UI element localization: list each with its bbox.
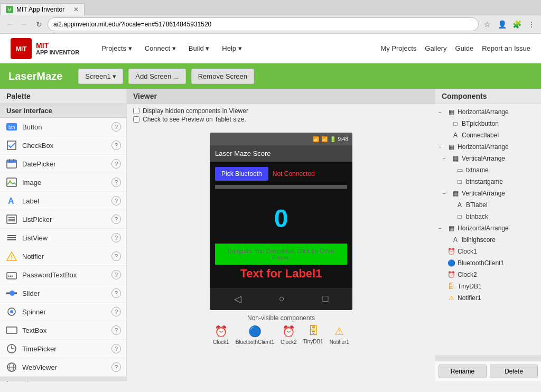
comp-lblhighscore[interactable]: A lblhighscore xyxy=(440,234,541,246)
timepicker-icon xyxy=(5,342,18,355)
timepicker-label: TimePicker xyxy=(22,345,107,353)
comp-verticalarrange-1[interactable]: − ▦ VerticalArrange xyxy=(440,153,541,164)
comp-icon-ha2: ▦ xyxy=(447,143,455,151)
nav-help[interactable]: Help ▾ xyxy=(216,41,248,55)
gallery-link[interactable]: Gallery xyxy=(425,44,446,52)
comp-toggle-ha3[interactable]: − xyxy=(439,226,445,231)
comp-name-ha2: HorizontalArrange xyxy=(458,143,509,151)
palette-item-image[interactable]: Image ? xyxy=(0,173,126,192)
rename-button[interactable]: Rename xyxy=(439,365,487,378)
palette-item-webviewer[interactable]: WebViewer ? xyxy=(0,358,126,377)
palette-item-slider[interactable]: Slider ? xyxy=(0,284,126,303)
comp-icon-va2: ▦ xyxy=(451,189,460,198)
comp-clock2[interactable]: ⏰ Clock2 xyxy=(435,269,541,281)
horizontal-scrollbar[interactable] xyxy=(435,356,541,361)
palette-item-datepicker[interactable]: DatePicker ? xyxy=(0,155,126,173)
palette-item-checkbox[interactable]: CheckBox ? xyxy=(0,136,126,155)
bookmark-icon[interactable]: ☆ xyxy=(481,18,493,31)
comp-toggle-va2[interactable]: − xyxy=(443,191,449,197)
comp-icon-bb: □ xyxy=(455,212,464,221)
reload-button[interactable]: ↻ xyxy=(33,18,45,31)
comp-btlabel[interactable]: A BTlabel xyxy=(444,199,541,211)
palette-item-listview[interactable]: ListView ? xyxy=(0,229,126,247)
palette-item-notifier[interactable]: ! Notifier ? xyxy=(0,247,126,266)
palette: Palette User Interface btn Button ? Chec… xyxy=(0,89,127,381)
tablet-preview-checkbox[interactable] xyxy=(133,116,139,123)
comp-clock1[interactable]: ⏰ Clock1 xyxy=(435,246,541,257)
address-bar[interactable] xyxy=(48,17,479,31)
more-icon[interactable]: ⋮ xyxy=(525,18,538,31)
guide-link[interactable]: Guide xyxy=(455,44,474,52)
pick-bluetooth-button[interactable]: Pick Bluetooth xyxy=(215,167,268,181)
comp-bluetoothclient1[interactable]: 🔵 BluetoothClient1 xyxy=(435,257,541,269)
spinner-help[interactable]: ? xyxy=(111,307,121,316)
back-button[interactable]: ← xyxy=(3,18,16,31)
browser-tab[interactable]: M MIT App Inventor ✕ xyxy=(0,3,85,15)
comp-verticalarrange-2[interactable]: − ▦ VerticalArrange xyxy=(440,188,541,199)
tinydb1-label: TinyDB1 xyxy=(303,339,323,344)
palette-item-label[interactable]: A Label ? xyxy=(0,192,126,210)
screen-select-button[interactable]: Screen1 ▾ xyxy=(78,69,123,84)
comp-connectlabel[interactable]: A Connectlabel xyxy=(440,129,541,141)
svg-point-26 xyxy=(10,310,13,313)
palette-layout-section: Layout xyxy=(0,377,126,381)
textbox-help[interactable]: ? xyxy=(111,325,121,335)
comp-icon-lhs: A xyxy=(451,236,460,244)
nav-build[interactable]: Build ▾ xyxy=(182,41,216,55)
datepicker-help[interactable]: ? xyxy=(111,159,121,169)
comp-btpickbutton[interactable]: □ BTpickbutton xyxy=(440,118,541,129)
forward-button[interactable]: → xyxy=(18,18,31,31)
palette-item-spinner[interactable]: Spinner ? xyxy=(0,303,126,321)
passwordtextbox-help[interactable]: ? xyxy=(111,270,121,279)
delete-button[interactable]: Delete xyxy=(490,365,538,378)
label-help[interactable]: ? xyxy=(111,196,121,206)
comp-btnback[interactable]: □ btnback xyxy=(444,211,541,222)
image-label: Image xyxy=(22,179,107,186)
comp-horizontalarrange-1[interactable]: − ▦ HorizontalArrange xyxy=(435,106,541,118)
palette-item-button[interactable]: btn Button ? xyxy=(0,118,126,136)
clock2-label: Clock2 xyxy=(281,339,297,345)
button-help[interactable]: ? xyxy=(111,122,121,132)
add-screen-button[interactable]: Add Screen ... xyxy=(128,69,185,84)
viewer-option-tablet[interactable]: Check to see Preview on Tablet size. xyxy=(133,116,429,123)
components-header: Components xyxy=(435,89,541,104)
palette-item-listpicker[interactable]: ListPicker ? xyxy=(0,210,126,229)
comp-horizontalarrange-3[interactable]: − ▦ HorizontalArrange xyxy=(435,222,541,234)
webviewer-help[interactable]: ? xyxy=(111,362,121,372)
palette-item-textbox[interactable]: TextBox ? xyxy=(0,321,126,340)
textbox-label: TextBox xyxy=(22,326,107,334)
palette-item-timepicker[interactable]: TimePicker ? xyxy=(0,340,126,358)
nonvisible-clock2: ⏰ Clock2 xyxy=(281,325,297,345)
image-help[interactable]: ? xyxy=(111,178,121,187)
logo-icon: MIT xyxy=(11,38,32,59)
extension-icon[interactable]: 🧩 xyxy=(510,18,523,31)
comp-txtname[interactable]: ▭ txtname xyxy=(444,164,541,176)
nav-projects[interactable]: Projects ▾ xyxy=(95,41,138,55)
palette-item-passwordtextbox[interactable]: ••• PasswordTextBox ? xyxy=(0,266,126,284)
comp-toggle-ha2[interactable]: − xyxy=(439,144,445,150)
datepicker-icon xyxy=(5,157,18,170)
listpicker-help[interactable]: ? xyxy=(111,214,121,224)
main-content: Palette User Interface btn Button ? Chec… xyxy=(0,89,541,381)
comp-toggle-1[interactable]: − xyxy=(439,109,445,115)
remove-screen-button[interactable]: Remove Screen xyxy=(191,69,254,84)
comp-toggle-va1[interactable]: − xyxy=(443,156,449,162)
tab-close-button[interactable]: ✕ xyxy=(73,6,79,13)
slider-help[interactable]: ? xyxy=(111,288,121,298)
checkbox-help[interactable]: ? xyxy=(111,141,121,150)
comp-tinydb1[interactable]: 🗄 TinyDB1 xyxy=(435,281,541,292)
my-projects-link[interactable]: My Projects xyxy=(380,44,416,52)
notifier-help[interactable]: ? xyxy=(111,251,121,261)
timepicker-help[interactable]: ? xyxy=(111,344,121,353)
battery-icon: 🔋 xyxy=(330,136,336,142)
listview-help[interactable]: ? xyxy=(111,233,121,242)
report-issue-link[interactable]: Report an Issue xyxy=(482,44,530,52)
hidden-components-checkbox[interactable] xyxy=(133,108,139,114)
comp-horizontalarrange-2[interactable]: − ▦ HorizontalArrange xyxy=(435,141,541,153)
account-icon[interactable]: 👤 xyxy=(496,18,508,31)
viewer-option-hidden[interactable]: Display hidden components in Viewer xyxy=(133,107,429,115)
nav-connect[interactable]: Connect ▾ xyxy=(138,41,182,55)
comp-btnstartgame[interactable]: □ btnstartgame xyxy=(444,176,541,188)
datepicker-label: DatePicker xyxy=(22,160,107,168)
comp-notifier1[interactable]: ⚠ Notifier1 xyxy=(435,292,541,304)
